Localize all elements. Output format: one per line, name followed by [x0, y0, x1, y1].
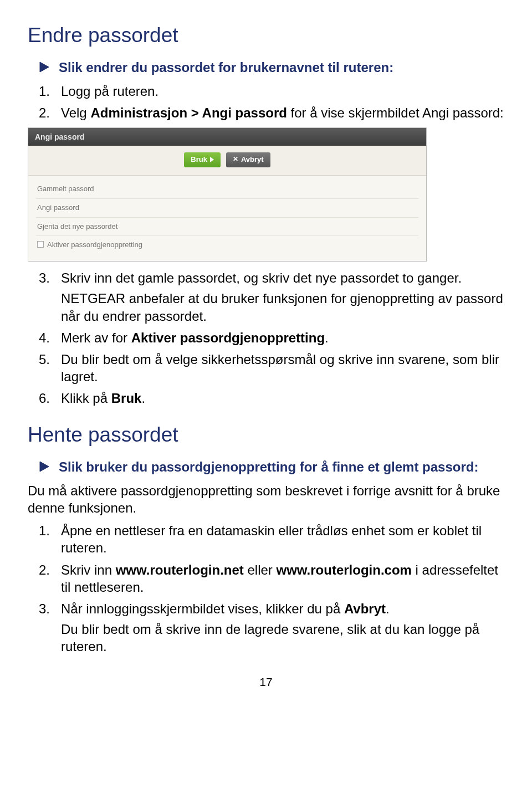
field-old-password: Gammelt passord — [36, 180, 418, 199]
text: Skriv inn det gamle passordet, og skriv … — [61, 270, 462, 285]
intro-text-1: Slik endrer du passordet for brukernavne… — [59, 59, 393, 76]
heading-change-password: Endre passordet — [28, 22, 504, 49]
step-4: 4. Merk av for Aktiver passordgjenoppret… — [39, 329, 504, 346]
text: . — [141, 391, 145, 406]
step-body: Velg Administrasjon > Angi passord for å… — [61, 104, 504, 121]
steps-list-2: 1. Åpne en nettleser fra en datamaskin e… — [39, 522, 504, 655]
sub-paragraph: Du blir bedt om å skrive inn de lagrede … — [61, 621, 504, 655]
step-1: 1. Logg på ruteren. — [39, 83, 504, 100]
step-body: Du blir bedt om å velge sikkerhetsspørsm… — [61, 351, 504, 385]
intro-text-2: Slik bruker du passordgjenoppretting for… — [59, 458, 478, 475]
arrow-icon — [39, 61, 50, 73]
checkbox-label: Aktiver passordgjenoppretting — [47, 240, 142, 249]
bold-text: Bruk — [111, 391, 142, 406]
step-body: Skriv inn www.routerlogin.net eller www.… — [61, 561, 504, 596]
text: Skriv inn — [61, 562, 116, 577]
step-num: 3. — [39, 269, 51, 325]
step-num: 6. — [39, 390, 51, 407]
step-body: Merk av for Aktiver passordgjenopprettin… — [61, 329, 504, 346]
text: Klikk på — [61, 391, 111, 406]
router-window-title: Angi passord — [28, 128, 426, 146]
step-body: Skriv inn det gamle passordet, og skriv … — [61, 269, 504, 325]
bold-text: www.routerlogin.net — [116, 562, 244, 577]
play-icon — [210, 157, 214, 162]
step-2: 2. Velg Administrasjon > Angi passord fo… — [39, 104, 504, 121]
step-body: Klikk på Bruk. — [61, 390, 504, 407]
step-num: 2. — [39, 561, 51, 596]
close-icon: ✕ — [233, 155, 238, 164]
cancel-button-label: Avbryt — [241, 155, 264, 165]
sub-paragraph: NETGEAR anbefaler at du bruker funksjone… — [61, 290, 504, 324]
router-ui-screenshot: Angi passord Bruk ✕ Avbryt Gammelt passo… — [28, 127, 427, 262]
step-num: 3. — [39, 600, 51, 656]
step-3: 3. Når innloggingsskjermbildet vises, kl… — [39, 600, 504, 656]
step-body: Når innloggingsskjermbildet vises, klikk… — [61, 600, 504, 656]
text: Merk av for — [61, 330, 131, 345]
text: Når innloggingsskjermbildet vises, klikk… — [61, 601, 344, 616]
bold-text: Aktiver passordgjenoppretting — [131, 330, 325, 345]
text: Velg — [61, 105, 90, 120]
apply-button[interactable]: Bruk — [184, 152, 221, 167]
heading-recover-password: Hente passordet — [28, 422, 504, 448]
field-new-password: Angi passord — [36, 199, 418, 218]
step-num: 1. — [39, 522, 51, 556]
step-1: 1. Åpne en nettleser fra en datamaskin e… — [39, 522, 504, 556]
step-2: 2. Skriv inn www.routerlogin.net eller w… — [39, 561, 504, 596]
steps-list-1a: 1. Logg på ruteren. 2. Velg Administrasj… — [39, 83, 504, 121]
arrow-icon — [39, 460, 50, 473]
text: for å vise skjermbildet Angi passord: — [287, 105, 504, 120]
checkbox-icon[interactable] — [37, 241, 44, 248]
step-num: 4. — [39, 329, 51, 346]
steps-list-1b: 3. Skriv inn det gamle passordet, og skr… — [39, 269, 504, 407]
step-num: 2. — [39, 104, 51, 121]
bold-text: www.routerlogin.com — [277, 562, 412, 577]
paragraph-prereq: Du må aktivere passordgjenoppretting som… — [28, 482, 504, 516]
svg-marker-1 — [40, 462, 49, 472]
step-num: 1. — [39, 83, 51, 100]
text: eller — [244, 562, 277, 577]
step-3: 3. Skriv inn det gamle passordet, og skr… — [39, 269, 504, 325]
cancel-button[interactable]: ✕ Avbryt — [226, 152, 270, 167]
text: . — [325, 330, 329, 345]
router-form-fields: Gammelt passord Angi passord Gjenta det … — [28, 176, 426, 262]
field-enable-recovery: Aktiver passordgjenoppretting — [36, 236, 418, 254]
step-body: Åpne en nettleser fra en datamaskin elle… — [61, 522, 504, 556]
bold-text: Administrasjon > Angi passord — [90, 105, 287, 120]
text: . — [386, 601, 390, 616]
page-number: 17 — [28, 674, 504, 689]
step-6: 6. Klikk på Bruk. — [39, 390, 504, 407]
step-num: 5. — [39, 351, 51, 385]
intro-arrow-line-1: Slik endrer du passordet for brukernavne… — [39, 59, 504, 76]
field-repeat-password: Gjenta det nye passordet — [36, 218, 418, 237]
step-5: 5. Du blir bedt om å velge sikkerhetsspø… — [39, 351, 504, 385]
intro-arrow-line-2: Slik bruker du passordgjenoppretting for… — [39, 458, 504, 475]
step-body: Logg på ruteren. — [61, 83, 504, 100]
svg-marker-0 — [40, 62, 49, 72]
router-button-bar: Bruk ✕ Avbryt — [28, 146, 426, 176]
apply-button-label: Bruk — [191, 155, 207, 165]
bold-text: Avbryt — [344, 601, 386, 616]
